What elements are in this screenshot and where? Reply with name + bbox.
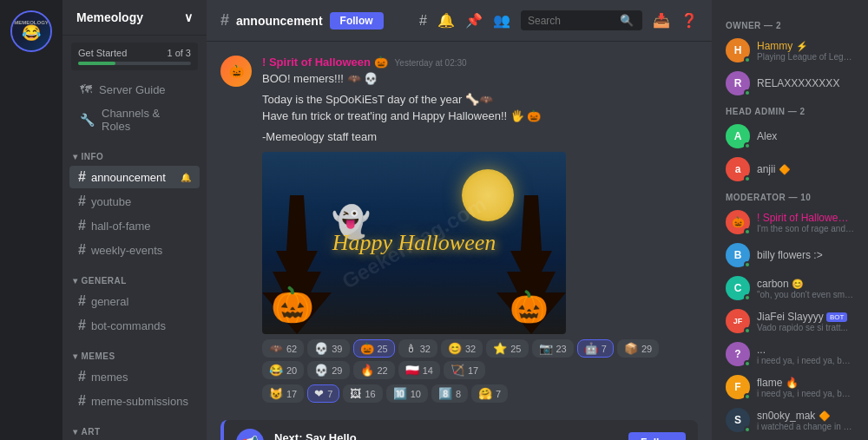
next-follow-button[interactable]: Follow [628, 432, 686, 440]
channel-announcement[interactable]: # announcement 🔔 [69, 166, 200, 188]
reactions-row1: 🦇 62 💀 39 🎃 25 🕯 32 [262, 339, 698, 379]
inbox-icon[interactable]: 📥 [653, 12, 670, 29]
reaction-heart[interactable]: ❤ 7 [307, 384, 339, 403]
channel-general[interactable]: # general [69, 290, 200, 312]
member-info: anjii 🔶 [757, 163, 854, 175]
reaction-frame[interactable]: 🖼 16 [343, 384, 382, 403]
reaction-flag[interactable]: 🇵🇱 14 [398, 361, 440, 379]
message-line4: -Memeology staff team [262, 128, 698, 146]
member-flame[interactable]: F flame 🔥 i need ya, i need ya, babe, wh… [719, 371, 861, 404]
member-name: JiaFei Slayyyy BOT [757, 311, 854, 323]
progress-bar-fill [78, 62, 115, 65]
reaction-candle[interactable]: 🕯 32 [398, 339, 437, 358]
channel-youtube[interactable]: # youtube [69, 190, 200, 213]
progress-bar [78, 62, 191, 65]
reaction-eight[interactable]: 8️⃣ 8 [431, 384, 468, 403]
member-name: ! Spirit of Halloween 🎃 [757, 212, 854, 224]
reaction-fire[interactable]: 🔥 22 [353, 361, 395, 379]
pumpkin-left-decoration: 🎃 [271, 285, 314, 325]
member-avatar: a [726, 157, 750, 181]
username[interactable]: ! Spirit of Halloween 🎃 [262, 56, 388, 69]
reaction-cat[interactable]: 😺 17 [262, 384, 304, 403]
map-icon: 🗺 [80, 82, 92, 96]
search-bar[interactable]: 🔍 [521, 10, 642, 30]
channel-weekly-events[interactable]: # weekly-events [69, 239, 200, 261]
member-name: carbon 😊 [757, 278, 854, 290]
member-status: i watched a change in you... [757, 422, 854, 431]
reaction-star[interactable]: ⭐ 25 [486, 339, 528, 358]
member-avatar: B [726, 243, 750, 267]
reaction-skull[interactable]: 💀 39 [307, 339, 349, 358]
hash-icon: # [78, 194, 86, 209]
channel-sidebar: Memeology ∨ Get Started 1 of 3 🗺 Server … [62, 0, 207, 440]
hash-icon: # [78, 293, 86, 309]
members-icon[interactable]: 👥 [493, 12, 510, 29]
server-icon[interactable]: MEMEOLOGY 😂 [10, 10, 52, 52]
channel-meme-submissions[interactable]: # meme-submissions [69, 390, 200, 412]
category-info[interactable]: ▾ INFO [62, 138, 207, 165]
member-unknown[interactable]: ? ... i need ya, i need ya, babe, wh... [719, 338, 861, 371]
reaction-camera[interactable]: 📷 23 [532, 339, 574, 358]
hashtag-icon[interactable]: # [419, 13, 427, 29]
member-hammy[interactable]: H Hammy ⚡ Playing League of Legends [719, 34, 861, 67]
member-billy[interactable]: B billy flowers :> [719, 239, 861, 272]
channel-memes[interactable]: # memes [69, 365, 200, 388]
member-info: ... i need ya, i need ya, babe, wh... [757, 344, 854, 365]
nitro-icon: ⚡ [796, 41, 808, 51]
status-online-dot [744, 261, 751, 268]
member-thade[interactable]: T Thade Playing Rainbow Six Siege [719, 437, 861, 440]
reaction-robot[interactable]: 🤖 7 [577, 339, 614, 358]
reaction-bat[interactable]: 🦇 62 [262, 339, 304, 358]
reaction-pumpkin[interactable]: 🎃 25 [353, 339, 395, 358]
server-name[interactable]: Memeology ∨ [62, 0, 207, 36]
sidebar-item-server-guide[interactable]: 🗺 Server Guide [69, 78, 200, 101]
status-online-dot [744, 327, 751, 334]
status-online-dot [744, 360, 751, 367]
member-info: Hammy ⚡ Playing League of Legends [757, 40, 854, 62]
member-jiafei[interactable]: JF JiaFei Slayyyy BOT Vado rapido se si … [719, 305, 861, 338]
message-group: 🎃 ! Spirit of Halloween 🎃 Yesterday at 0… [220, 56, 698, 403]
halloween-image: 👻 🎃 🎃 Geekermag.com Happy Halloween [262, 152, 566, 334]
member-status: "oh, you don't even smile" - Ma... [757, 290, 854, 299]
category-general[interactable]: ▾ GENERAL [62, 262, 207, 289]
member-anjii[interactable]: a anjii 🔶 [719, 153, 861, 186]
search-icon: 🔍 [620, 14, 634, 27]
hash-icon: # [78, 169, 86, 185]
bell-icon[interactable]: 🔔 [437, 12, 455, 29]
member-carbon[interactable]: C carbon 😊 "oh, you don't even smile" - … [719, 272, 861, 305]
member-name: Hammy ⚡ [757, 40, 854, 52]
reaction-laugh[interactable]: 😂 20 [262, 361, 304, 379]
nitro-icon: 🔶 [779, 164, 791, 174]
member-info: sn0oky_mak 🔶 i watched a change in you..… [757, 410, 854, 431]
member-info: carbon 😊 "oh, you don't even smile" - Ma… [757, 278, 854, 299]
channel-bot-commands[interactable]: # bot-commands [69, 314, 200, 337]
member-relax[interactable]: R RELAXXXXXXXX [719, 67, 861, 100]
reaction-skull2[interactable]: 💀 29 [307, 361, 349, 379]
topbar-icons: # 🔔 📌 👥 🔍 📥 ❓ [419, 10, 698, 30]
search-input[interactable] [528, 15, 615, 27]
reaction-ten[interactable]: 🔟 10 [386, 384, 428, 403]
follow-button[interactable]: Follow [330, 12, 384, 30]
member-name: ... [757, 344, 854, 356]
topbar: # announcement Follow # 🔔 📌 👥 🔍 📥 ❓ [207, 0, 712, 42]
sidebar-item-channels-roles[interactable]: 🔧 Channels & Roles [69, 102, 200, 137]
reaction-box[interactable]: 📦 29 [617, 339, 659, 358]
member-spooky[interactable]: S sn0oky_mak 🔶 i watched a change in you… [719, 404, 861, 437]
reaction-arrow[interactable]: 🏹 17 [444, 361, 485, 379]
member-info: RELAXXXXXXXX [757, 77, 854, 89]
member-avatar: S [726, 408, 750, 432]
member-alex[interactable]: A Alex [719, 120, 861, 153]
pin-icon[interactable]: 📌 [465, 12, 483, 29]
category-art[interactable]: ▾ ART [62, 413, 207, 440]
category-memes[interactable]: ▾ MEMES [62, 338, 207, 364]
channel-hall-of-fame[interactable]: # hall-of-fame [69, 214, 200, 237]
main-content: # announcement Follow # 🔔 📌 👥 🔍 📥 ❓ 🎃 ! [207, 0, 712, 440]
status-online-dot [744, 89, 751, 96]
help-icon[interactable]: ❓ [681, 12, 698, 29]
status-online-dot [744, 426, 751, 433]
next-banner-icon: 📢 [236, 429, 264, 440]
reaction-hug[interactable]: 🤗 7 [471, 384, 508, 403]
reaction-smile[interactable]: 😊 32 [441, 339, 483, 358]
member-name: billy flowers :> [757, 249, 854, 261]
member-spirit[interactable]: 🎃 ! Spirit of Halloween 🎃 I'm the son of… [719, 206, 861, 239]
